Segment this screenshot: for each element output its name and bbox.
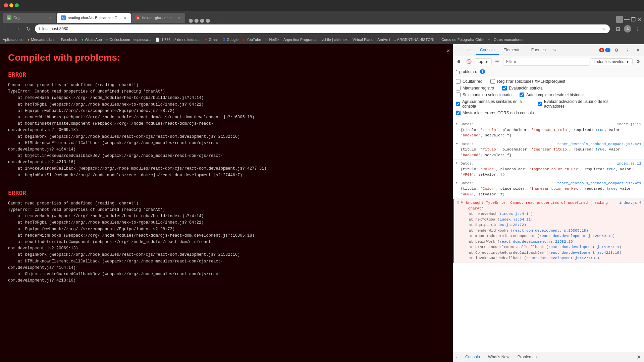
console-filter-input[interactable] — [503, 58, 589, 66]
close-btn[interactable]: ✕ — [637, 16, 641, 23]
link-equipo[interactable]: index.js:28:72 — [493, 223, 524, 227]
log-entry-datos-1: ▶ Datos: index.js:12 {titulo: 'Titulo', … — [453, 120, 644, 140]
new-tab-button[interactable]: + — [213, 13, 223, 23]
minimize-window-btn[interactable] — [9, 3, 13, 7]
bottom-expand-icon[interactable]: ⋮ — [454, 355, 459, 360]
link-mountindeterminate[interactable]: react-dom.development.js:20069:13 — [540, 234, 613, 238]
checkbox-mantener[interactable]: Mantener registro — [456, 86, 494, 90]
bookmark-argprograma[interactable]: Argentina Programa — [283, 38, 316, 42]
link-renderwithhooks[interactable]: react-dom.development.js:16305:18 — [513, 229, 586, 233]
profile-avatar[interactable]: A — [624, 25, 631, 33]
bookmark-google[interactable]: G Google — [222, 38, 238, 42]
bookmark-more[interactable]: » — [488, 38, 490, 42]
tab-1-close[interactable]: ✕ — [49, 15, 52, 20]
doc-icon: 📄 — [155, 38, 160, 42]
tab-1-favicon: O — [7, 15, 11, 20]
link-hextorgba[interactable]: index.js:64:21 — [500, 218, 531, 222]
bookmark-argentina-hist[interactable]: :: ARGENTINA HISTÓRI... — [394, 38, 437, 42]
bottom-tab-problemas[interactable]: Problemas — [514, 353, 541, 361]
checkbox-autocompletar[interactable]: Autocompletar desde el historial — [520, 93, 584, 97]
tab-3-close[interactable]: ✕ — [177, 15, 181, 20]
link-callcallback[interactable]: react-dom.development.js:4164:14 — [548, 245, 619, 249]
bottom-close-button[interactable]: ✕ — [635, 353, 643, 361]
whatsapp-icon: ● — [81, 38, 84, 42]
checkbox-evaluar-activacion[interactable]: Evaluar activación de usuario de los act… — [538, 99, 611, 109]
bookmark-mercadolibre[interactable]: ● Mercado Libre — [28, 38, 55, 42]
console-record-button[interactable]: ⏺ — [454, 57, 463, 66]
tab-elementos[interactable]: Elementos — [499, 46, 527, 55]
link-invokeguarded[interactable]: react-dom.development.js:4213:16 — [548, 251, 619, 255]
log-filename-error[interactable]: index.js:4 — [619, 200, 641, 206]
tab-fuentes[interactable]: Fuentes — [527, 46, 550, 55]
tab-2-close[interactable]: ✕ — [123, 15, 127, 20]
log-expand-4[interactable]: ▶ — [456, 181, 458, 185]
bookmark-outlook[interactable]: ● Outlook.com - espinosa... — [106, 38, 151, 42]
forward-button[interactable]: → — [13, 25, 21, 33]
minimize-btn[interactable]: — — [624, 16, 630, 22]
inspect-element-button[interactable]: ⬚ — [454, 46, 464, 55]
log-filename-2[interactable]: react_devtools_backend_compact.js:2421 — [557, 141, 641, 147]
bookmark-unread[interactable]: 📄 1.736 n.° de no leídos... — [155, 38, 200, 42]
checkbox-cors[interactable]: Mostrar los errores CORS en la consola — [456, 111, 534, 115]
bottom-tab-consola[interactable]: Consola — [461, 353, 484, 361]
link-beginwork[interactable]: react-dom.development.js:21582:16 — [500, 240, 573, 244]
error-text-2: Cannot read properties of undefined (rea… — [8, 200, 445, 284]
console-settings-bar: Ocultar red Registrar solicitudes XMLHtt… — [453, 76, 644, 120]
checkbox-solo-contexto[interactable]: Solo contexto seleccionado — [456, 93, 512, 97]
main-area: ✕ Compiled with problems: ERROR Cannot r… — [0, 44, 644, 362]
maximize-window-btn[interactable] — [15, 3, 19, 7]
top-context-selector[interactable]: top ▼ — [475, 58, 492, 65]
console-clear-button[interactable]: 🚫 — [465, 57, 473, 66]
facebook-icon: f — [59, 38, 60, 42]
bookmark-star-icon[interactable]: ☆ — [602, 26, 606, 31]
menu-button[interactable]: ⋮ — [633, 25, 641, 33]
log-expand-1[interactable]: ▶ — [456, 122, 458, 126]
bookmark-fotografia[interactable]: Curso de Fotografía Chile — [441, 38, 484, 42]
profile-icon[interactable] — [616, 16, 623, 23]
tab-1[interactable]: O Org ✕ — [3, 13, 56, 23]
bookmark-gmail[interactable]: M Gmail — [204, 38, 218, 42]
bookmark-facebook[interactable]: f Facebook — [59, 38, 77, 42]
bookmark-netflix[interactable]: N Netflix — [265, 38, 279, 42]
bookmark-tvchile[interactable]: tvchile | chilenext — [320, 38, 348, 42]
checkbox-evaluacion[interactable]: Evaluación estricta — [502, 86, 543, 90]
checkbox-agrupar[interactable]: Agrupar mensajes similares en la consola — [456, 99, 530, 109]
log-filename-4[interactable]: react_devtools_backend_compact.js:2421 — [557, 181, 641, 186]
bookmark-amiami[interactable]: AmiAmi — [377, 38, 390, 42]
link-removehash[interactable]: index.js:4:14 — [502, 212, 531, 216]
tab-2[interactable]: G reading charAt - Buscar con Google ✕ — [57, 13, 131, 23]
log-filename-3[interactable]: index.js:12 — [617, 161, 641, 167]
tab-1-title: Org — [13, 16, 47, 20]
log-filename-1[interactable]: index.js:12 — [617, 122, 641, 127]
tab-consola[interactable]: Consola — [476, 46, 499, 55]
console-eye-button[interactable]: 👁 — [493, 57, 502, 66]
bookmark-piano[interactable]: Virtual Piano — [353, 38, 373, 42]
bookmark-others[interactable]: Otros marcadores — [494, 38, 523, 42]
tab-3[interactable]: n hex-to-rgba - npm ✕ — [131, 13, 185, 23]
log-expand-error[interactable]: ▶ — [461, 200, 463, 204]
link-invokeguarded2[interactable]: react-dom.development.js:4277:31 — [526, 256, 597, 260]
tab-more[interactable]: » — [550, 45, 559, 56]
console-level-selector[interactable]: Todos los niveles ▼ — [591, 58, 633, 65]
bookmark-youtube[interactable]: ▶ YouTube — [243, 38, 261, 42]
devtools-settings-button[interactable]: ⚙ — [612, 46, 621, 55]
restore-btn[interactable]: ❐ — [631, 16, 636, 23]
address-bar[interactable]: ℹ localhost:8080 ☆ — [35, 24, 610, 33]
error-close-button[interactable]: ✕ — [446, 47, 450, 54]
device-toolbar-button[interactable]: ▭ — [465, 46, 474, 55]
bookmark-whatsapp[interactable]: ● WhatsApp — [81, 38, 102, 42]
devtools-close-button[interactable]: ✕ — [633, 46, 643, 55]
bottom-tab-whatsnew[interactable]: What's New — [484, 353, 514, 361]
close-window-btn[interactable] — [4, 3, 8, 7]
log-expand-2[interactable]: ▶ — [456, 141, 458, 145]
reload-button[interactable]: ↻ — [24, 25, 32, 33]
back-button[interactable]: ← — [3, 25, 11, 33]
devtools-menu-button[interactable]: ⋮ — [623, 46, 632, 55]
checkbox-ocultar-red[interactable]: Ocultar red — [456, 79, 482, 84]
bookmark-aplicaciones[interactable]: Aplicaciones — [3, 38, 23, 42]
bookmarks-bar: Aplicaciones ● Mercado Libre f Facebook … — [0, 35, 644, 44]
console-settings-gear[interactable]: ⚙ — [634, 57, 643, 66]
extensions-icon[interactable]: ⊞ — [614, 25, 622, 33]
log-expand-3[interactable]: ▶ — [456, 161, 458, 165]
checkbox-registrar[interactable]: Registrar solicitudes XMLHttpRequest — [490, 79, 565, 84]
